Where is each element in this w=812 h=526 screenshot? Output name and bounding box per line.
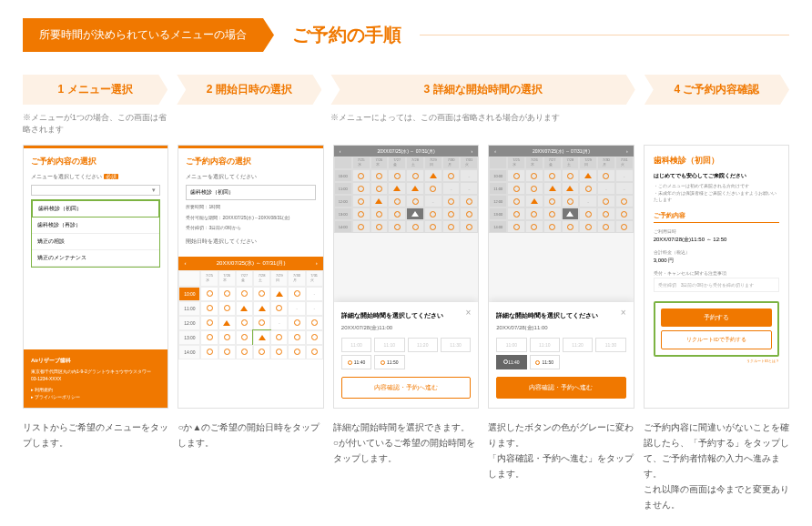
calendar-cell[interactable]	[370, 195, 389, 207]
calendar-cell[interactable]	[579, 169, 597, 182]
calendar-cell[interactable]	[306, 316, 323, 330]
calendar-cell[interactable]	[543, 207, 562, 220]
calendar-cell[interactable]	[460, 207, 478, 220]
calendar-cell[interactable]	[406, 182, 424, 195]
calendar-cell[interactable]	[306, 345, 323, 359]
calendar-cell[interactable]	[352, 195, 370, 207]
calendar-cell[interactable]: -	[579, 195, 597, 207]
calendar-cell[interactable]	[579, 207, 597, 220]
dropdown[interactable]: ▾	[31, 185, 160, 196]
calendar-cell[interactable]	[507, 195, 525, 207]
calendar-cell[interactable]	[218, 330, 236, 345]
calendar-cell[interactable]	[525, 195, 543, 207]
menu-item[interactable]: 矯正の相談	[32, 234, 159, 250]
calendar-cell[interactable]	[525, 207, 543, 220]
calendar-cell[interactable]	[406, 207, 424, 220]
calendar-cell[interactable]	[236, 287, 253, 301]
calendar-cell[interactable]	[424, 220, 442, 233]
calendar-cell[interactable]	[306, 330, 323, 345]
calendar-cell[interactable]	[406, 195, 424, 207]
calendar-cell[interactable]	[218, 301, 236, 316]
calendar-cell[interactable]	[388, 207, 406, 220]
calendar-cell[interactable]	[562, 207, 580, 220]
calendar-cell[interactable]	[424, 182, 442, 195]
calendar-cell[interactable]	[562, 169, 580, 182]
recruit-button[interactable]: リクルートIDで予約する	[661, 330, 772, 349]
calendar-cell[interactable]	[424, 169, 442, 182]
calendar-cell[interactable]: -	[460, 169, 478, 182]
calendar-cell[interactable]: -	[424, 195, 442, 207]
calendar-cell[interactable]: -	[270, 316, 288, 330]
calendar-cell[interactable]	[597, 207, 615, 220]
prev-week-icon[interactable]: ‹	[184, 260, 186, 266]
calendar-cell[interactable]	[200, 301, 218, 316]
calendar-cell[interactable]: -	[615, 169, 634, 182]
calendar-cell[interactable]	[507, 169, 525, 182]
calendar-cell[interactable]	[525, 169, 543, 182]
next-week-icon[interactable]: ›	[316, 260, 318, 266]
calendar-cell[interactable]	[253, 330, 270, 345]
calendar-cell[interactable]	[525, 220, 543, 233]
calendar-cell[interactable]: -	[615, 182, 634, 195]
calendar-cell[interactable]	[236, 316, 253, 330]
calendar-cell[interactable]	[288, 287, 305, 301]
calendar-cell[interactable]	[236, 345, 253, 359]
recruit-link[interactable]: リクルートIDとは？	[654, 359, 779, 363]
calendar-cell[interactable]	[597, 195, 615, 207]
calendar-cell[interactable]	[370, 169, 389, 182]
calendar-cell[interactable]	[388, 195, 406, 207]
calendar-cell[interactable]	[370, 182, 389, 195]
reserve-button[interactable]: 予約する	[661, 309, 772, 327]
calendar-cell[interactable]	[543, 182, 562, 195]
time-slot-selected[interactable]: 11:40	[496, 355, 526, 369]
calendar-cell[interactable]	[442, 207, 461, 220]
calendar-cell[interactable]	[507, 220, 525, 233]
calendar-cell[interactable]	[236, 330, 253, 345]
calendar-cell[interactable]	[597, 220, 615, 233]
calendar-cell[interactable]	[270, 301, 288, 316]
calendar-cell[interactable]	[200, 287, 218, 301]
calendar-cell[interactable]: -	[306, 301, 323, 316]
calendar-cell[interactable]	[543, 220, 562, 233]
calendar-cell[interactable]	[218, 287, 236, 301]
calendar-cell[interactable]	[200, 330, 218, 345]
close-icon[interactable]: ×	[465, 308, 471, 318]
calendar-cell[interactable]	[253, 316, 270, 330]
calendar-cell[interactable]	[370, 207, 389, 220]
time-slot[interactable]: 11:50	[530, 355, 560, 369]
time-slot[interactable]: 11:50	[374, 355, 404, 369]
calendar-cell[interactable]	[270, 330, 288, 345]
calendar-cell[interactable]	[525, 182, 543, 195]
calendar-cell[interactable]	[270, 287, 288, 301]
calendar-cell[interactable]	[352, 207, 370, 220]
proceed-button[interactable]: 内容確認・予約へ進む	[496, 377, 625, 399]
calendar-cell[interactable]	[460, 220, 478, 233]
calendar-cell[interactable]	[507, 182, 525, 195]
calendar-cell[interactable]	[406, 169, 424, 182]
calendar-cell[interactable]	[352, 220, 370, 233]
calendar-cell[interactable]	[442, 195, 461, 207]
calendar-cell[interactable]	[200, 345, 218, 359]
time-slot[interactable]: 11:40	[341, 355, 371, 369]
calendar-cell[interactable]	[218, 316, 236, 330]
calendar-cell[interactable]: -	[442, 182, 461, 195]
calendar-cell[interactable]	[388, 169, 406, 182]
menu-item[interactable]: 歯科検診（初回）	[32, 200, 159, 217]
selected-menu[interactable]: 歯科検診（初回）	[186, 185, 315, 200]
calendar-cell[interactable]	[288, 345, 305, 359]
calendar-cell[interactable]	[442, 169, 461, 182]
calendar-cell[interactable]: -	[288, 301, 305, 316]
calendar-cell[interactable]	[388, 182, 406, 195]
calendar-cell[interactable]	[507, 207, 525, 220]
calendar-cell[interactable]	[579, 220, 597, 233]
calendar-cell[interactable]	[352, 169, 370, 182]
calendar-cell[interactable]	[442, 220, 461, 233]
calendar-cell[interactable]	[288, 330, 305, 345]
calendar-cell[interactable]	[562, 182, 580, 195]
calendar-cell[interactable]	[406, 220, 424, 233]
calendar-cell[interactable]	[352, 182, 370, 195]
menu-item[interactable]: 歯科検診（再診）	[32, 217, 159, 234]
calendar-cell[interactable]	[562, 220, 580, 233]
calendar-cell[interactable]	[615, 195, 634, 207]
calendar-cell[interactable]	[388, 220, 406, 233]
